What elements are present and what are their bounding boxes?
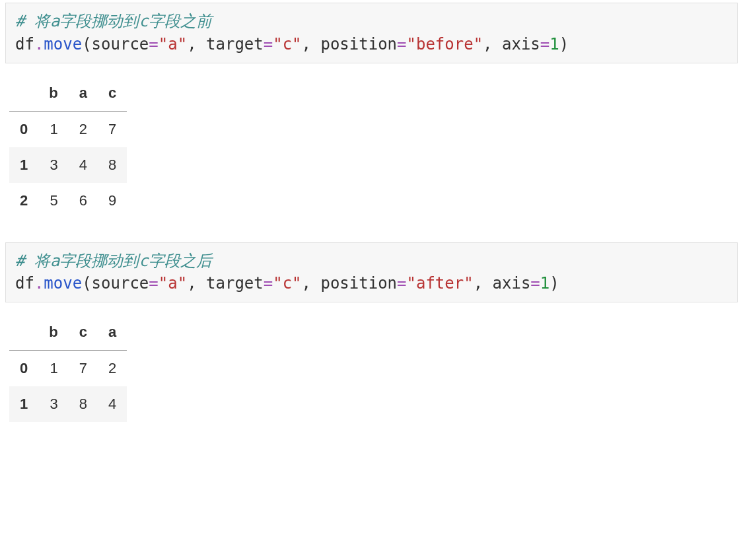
table-corner [9,314,38,351]
output-table-2: b c a 0 1 7 2 1 3 8 4 [9,314,127,422]
code-comment: # 将a字段挪动到c字段之后 [15,252,212,270]
comma: , [302,274,321,293]
row-index: 1 [9,147,38,183]
eq: = [530,274,540,293]
table-row: 0 1 7 2 [9,351,127,387]
str: "before" [407,35,483,53]
kw: position [320,274,397,293]
kw: source [92,274,149,293]
code-cell-2: # 将a字段挪动到c字段之后 df.move(source="a", targe… [5,242,738,303]
cell: 9 [98,183,127,219]
kw: source [92,35,149,53]
col-header: b [38,75,68,112]
kw: target [206,35,264,53]
row-index: 0 [9,111,38,147]
num: 1 [549,35,559,53]
cell: 7 [69,351,98,387]
dot: . [34,35,44,53]
cell: 1 [38,111,68,147]
table-row: 2 5 6 9 [9,183,127,219]
code-cell-1: # 将a字段挪动到c字段之前 df.move(source="a", targe… [5,3,738,63]
output-table-1: b a c 0 1 2 7 1 3 4 8 2 5 6 9 [9,75,127,219]
col-header: a [69,75,98,112]
comma: , [474,274,493,293]
cell: 6 [69,183,98,219]
comma: , [483,35,502,53]
cell: 2 [98,351,127,387]
comma: , [187,274,206,293]
row-index: 2 [9,183,38,219]
comma: , [302,35,321,53]
kw: position [320,35,397,53]
cell: 5 [38,183,68,219]
code-token: df [15,35,34,53]
eq: = [149,35,158,53]
num: 1 [540,274,549,293]
dot: . [34,274,44,293]
cell: 8 [69,386,98,422]
eq: = [397,35,406,53]
cell: 4 [98,386,127,422]
cell: 1 [38,351,68,387]
cell: 4 [69,147,98,183]
col-header: c [98,75,127,112]
cell: 7 [98,111,127,147]
kw: axis [493,274,531,293]
str: "a" [159,274,187,293]
comma: , [187,35,206,53]
str: "a" [159,35,187,53]
paren: ) [559,35,569,53]
func: move [44,35,82,53]
paren: ( [82,274,91,293]
str: "c" [273,35,301,53]
row-index: 1 [9,386,38,422]
eq: = [397,274,406,293]
table-row: 1 3 8 4 [9,386,127,422]
code-token: df [15,274,34,293]
cell: 3 [38,147,68,183]
eq: = [149,274,158,293]
paren: ( [82,35,91,53]
eq: = [264,35,273,53]
paren: ) [549,274,559,293]
table-row: 1 3 4 8 [9,147,127,183]
col-header: a [98,314,127,351]
col-header: b [38,314,68,351]
eq: = [540,35,549,53]
str: "after" [407,274,474,293]
col-header: c [69,314,98,351]
cell: 2 [69,111,98,147]
row-index: 0 [9,351,38,387]
table-corner [9,75,38,112]
cell: 3 [38,386,68,422]
cell: 8 [98,147,127,183]
code-comment: # 将a字段挪动到c字段之前 [15,12,212,30]
eq: = [264,274,273,293]
func: move [44,274,82,293]
table-row: 0 1 2 7 [9,111,127,147]
kw: axis [502,35,540,53]
kw: target [206,274,264,293]
str: "c" [273,274,301,293]
